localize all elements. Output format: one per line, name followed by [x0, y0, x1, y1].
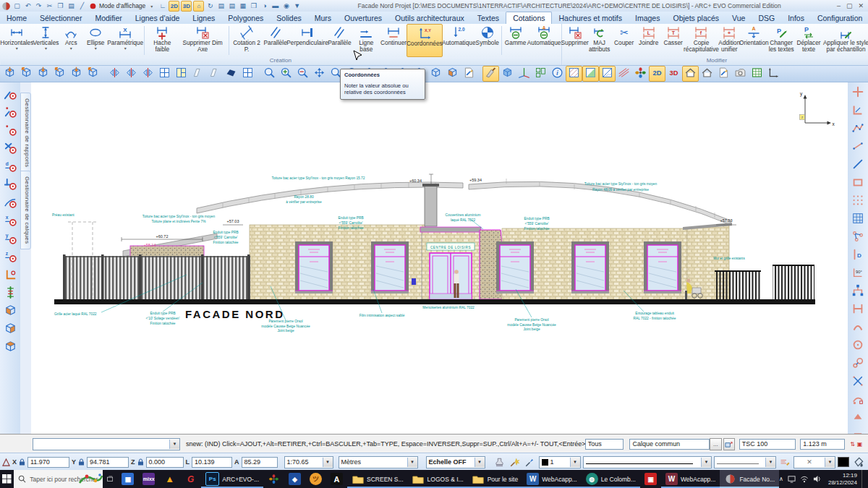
- menu-tab-images[interactable]: Images: [629, 12, 666, 24]
- mode-2d-button[interactable]: 2D: [649, 66, 665, 82]
- menu-tab-solides[interactable]: Solides: [270, 12, 307, 24]
- draw-point-grid-button[interactable]: [849, 193, 867, 210]
- chevron-down-icon[interactable]: ▾: [124, 46, 127, 51]
- view-axo-5-button[interactable]: [427, 66, 444, 82]
- chevron-down-icon[interactable]: ▾: [95, 46, 97, 51]
- menu-tab-lignes-d-aide[interactable]: Lignes d'aide: [129, 12, 187, 24]
- menu-tab-lignes[interactable]: Lignes: [186, 12, 221, 24]
- list-icon[interactable]: ▤: [216, 1, 226, 11]
- snap-coord-z-button[interactable]: z: [1, 249, 20, 266]
- minimize-button[interactable]: –: [837, 2, 841, 9]
- app-smiley-taskbar-button[interactable]: ツ: [305, 470, 326, 488]
- viewport-grid-button[interactable]: [239, 66, 256, 82]
- style-brush-button[interactable]: [715, 66, 732, 82]
- print-icon[interactable]: ▤: [227, 1, 237, 11]
- app-mixx-taskbar-button[interactable]: mixx: [138, 470, 159, 488]
- view-sheet-1-button[interactable]: [190, 66, 206, 82]
- new-document-icon[interactable]: ▢: [12, 1, 22, 11]
- cut-icon[interactable]: ✂: [45, 1, 54, 11]
- draw-arc-button[interactable]: [849, 320, 867, 337]
- close-button[interactable]: ✕: [858, 2, 864, 9]
- filter-field[interactable]: Tous: [585, 439, 624, 450]
- draw-polyline-button[interactable]: [849, 121, 867, 138]
- snap-line-button[interactable]: [1, 86, 20, 103]
- snap-distance-button[interactable]: d: [1, 158, 20, 176]
- ribbon-changer-les-textes-button[interactable]: PChanger les textes: [766, 24, 796, 57]
- layers-manager-tab[interactable]: Gestionnaire de calques: [20, 171, 31, 249]
- chevron-down-icon[interactable]: ▾: [16, 46, 18, 51]
- dim-height-button[interactable]: [849, 301, 867, 319]
- element-info-button[interactable]: i: [549, 66, 566, 82]
- window-split-button[interactable]: [156, 66, 173, 82]
- ribbon-cotation-2-p-button[interactable]: Cotation 2 P.: [230, 24, 263, 57]
- menu-tab-polygones[interactable]: Polygones: [221, 12, 270, 24]
- tray-volume-icon[interactable]: [813, 475, 821, 483]
- render-sketch-button[interactable]: [461, 66, 477, 82]
- view-top-button[interactable]: [68, 66, 85, 82]
- view-home-button[interactable]: [682, 66, 699, 82]
- ribbon-symbole-button[interactable]: Symbole: [475, 24, 500, 57]
- pattern-select[interactable]: ✕▼: [793, 456, 835, 468]
- draw-grid-button[interactable]: [849, 211, 867, 228]
- x-field[interactable]: 11.970: [27, 457, 69, 468]
- snap-tangent-button[interactable]: [1, 194, 20, 212]
- record-icon[interactable]: [88, 1, 98, 11]
- snap-perpendicular-button[interactable]: [1, 176, 20, 194]
- snap-coord-y-button[interactable]: y: [1, 231, 20, 248]
- dim-photo-button[interactable]: [732, 66, 749, 82]
- view-cube-bottom-button[interactable]: [1, 303, 20, 320]
- ribbon-continuer-button[interactable]: Continuer: [380, 24, 407, 57]
- app-avast-taskbar-button[interactable]: ▲: [159, 470, 180, 488]
- solid-view-button[interactable]: [223, 66, 239, 82]
- tray-pc-icon[interactable]: [788, 475, 796, 483]
- save-icon[interactable]: ▦: [238, 1, 247, 11]
- view-back-button[interactable]: [18, 66, 35, 82]
- echelle-select[interactable]: Echelle OFF▼: [426, 456, 485, 468]
- scroll-arrows-icon[interactable]: ⇅: [850, 441, 855, 448]
- stamp-icon[interactable]: [493, 457, 506, 468]
- ribbon-parall-le-button[interactable]: Parallèle: [327, 24, 352, 57]
- menu-tab-ouvertures[interactable]: Ouvertures: [338, 12, 388, 24]
- folder-logos-taskbar-button[interactable]: LOGOS & I...: [408, 470, 468, 488]
- draw-link-circles-button[interactable]: [849, 356, 867, 373]
- hatch-brush-icon[interactable]: [778, 457, 791, 468]
- hatch-dashed-button[interactable]: [599, 66, 616, 82]
- lineweight-select[interactable]: ▼: [714, 456, 776, 468]
- ribbon-joindre-button[interactable]: LJoindre: [637, 24, 661, 57]
- snap-segment-point-button[interactable]: [1, 104, 20, 121]
- window-icon[interactable]: ❒: [249, 1, 258, 11]
- chevron-down-icon[interactable]: ▾: [45, 46, 47, 51]
- delete-icon[interactable]: ▣: [857, 441, 863, 448]
- ribbon-ellipse-button[interactable]: Ellipse▾: [83, 24, 108, 57]
- ribbon-perpendiculaire-button[interactable]: Perpendiculaire: [288, 24, 328, 57]
- view-cube-top-button[interactable]: [1, 339, 20, 356]
- view-bottom-button[interactable]: [85, 66, 101, 82]
- home-icon[interactable]: ⌂: [193, 1, 204, 12]
- ribbon-copie-r-capitulative-button[interactable]: fCopie récapitulative: [686, 24, 718, 57]
- tsc-field[interactable]: TSC 100: [739, 439, 796, 450]
- app-arc-a-taskbar-button[interactable]: A: [326, 470, 347, 488]
- redo-icon[interactable]: ↷: [34, 1, 43, 11]
- app-webacappella-taskbar-button[interactable]: WWebAcapp...: [522, 470, 582, 488]
- menu-tab-murs[interactable]: Murs: [308, 12, 338, 24]
- paste-icon[interactable]: ▤: [67, 1, 76, 11]
- axis-corner-button[interactable]: [765, 66, 782, 82]
- draw-slash-icon[interactable]: ╱: [77, 1, 87, 11]
- menu-tab-s-lectionner[interactable]: Sélectionner: [33, 12, 88, 24]
- menu-tab-hachures-et-motifs[interactable]: Hachures et motifs: [552, 12, 629, 24]
- reports-manager-tab[interactable]: Gestionnaire de rapports: [20, 93, 31, 173]
- pen-select[interactable]: 1▼: [539, 456, 581, 468]
- draw-line-button[interactable]: [849, 157, 867, 174]
- mirror-horizontal-button[interactable]: [106, 66, 123, 82]
- start-button[interactable]: [0, 470, 14, 488]
- mirror-vertical-button[interactable]: [123, 66, 140, 82]
- floor-plan-button[interactable]: [532, 66, 549, 82]
- menu-tab-dsg[interactable]: DSG: [752, 12, 781, 24]
- menu-tab-textes[interactable]: Textes: [471, 12, 506, 24]
- paint-bucket-icon[interactable]: [851, 456, 866, 468]
- draw-cross-x-button[interactable]: [849, 374, 867, 391]
- drawing-canvas[interactable]: z y x CENTRE DE LOISIRS: [31, 82, 848, 434]
- corner-axis-icon[interactable]: ∟: [158, 1, 167, 11]
- dim-distance-button[interactable]: D: [849, 247, 867, 265]
- ribbon-addition-unifier-button[interactable]: +Addition unifier: [717, 24, 741, 57]
